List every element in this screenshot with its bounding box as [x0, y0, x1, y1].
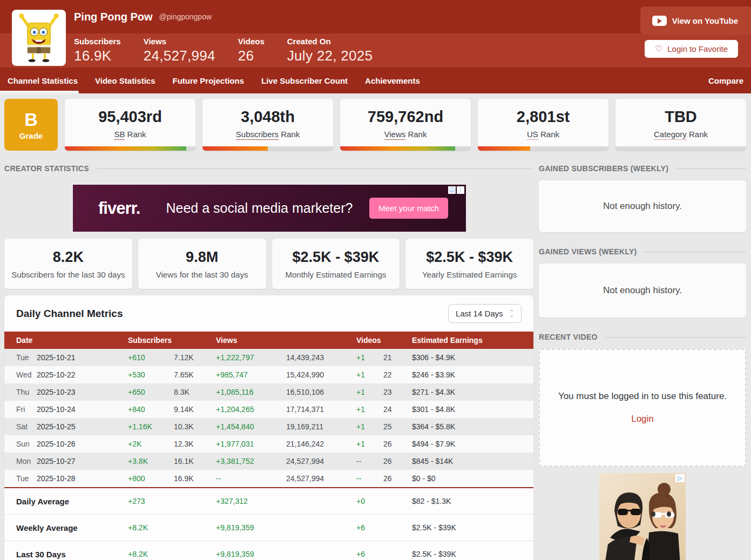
metrics-table-header: Date Subscribers Views Videos Estimated … — [4, 332, 533, 349]
tab-video-statistics[interactable]: Video Statistics — [95, 76, 155, 85]
chevron-updown-icon: ⌃⌄ — [510, 311, 514, 317]
tab-channel-statistics[interactable]: Channel Statistics — [8, 76, 78, 85]
cell-day: Wed — [16, 370, 37, 379]
summary-subscribers-delta: +8.2K — [128, 550, 174, 558]
rank-label: SB Rank — [65, 130, 195, 139]
creator-statistics-heading: CREATOR STATISTICS — [4, 164, 89, 173]
ad-options-icon[interactable]: ⋮ — [457, 186, 464, 194]
rank-suffix: Rank — [127, 130, 146, 139]
main-content: CREATOR STATISTICS fiverr. Need a social… — [0, 164, 751, 560]
summary-label: Daily Average — [16, 497, 128, 506]
cell-earnings: $364 - $5.8K — [412, 422, 523, 431]
stat-label: Subscribers — [74, 37, 121, 46]
cell-views-total: 14,439,243 — [286, 353, 356, 362]
table-row: Mon2025-10-27+3.8K16.1K+3,381,75224,527,… — [4, 453, 533, 470]
rank-progress-fill — [65, 146, 186, 151]
not-enough-history-text: Not enough history. — [603, 285, 682, 296]
ad-headline: Need a social media marketer? — [166, 200, 353, 216]
header-stats-band: Subscribers16.9KViews24,527,994Videos26C… — [0, 33, 751, 68]
cell-views-delta: +985,747 — [216, 370, 286, 379]
channel-stats: Subscribers16.9KViews24,527,994Videos26C… — [74, 37, 395, 64]
nav-tabs: Channel StatisticsVideo StatisticsFuture… — [8, 76, 437, 85]
tab-live-subscriber-count[interactable]: Live Subscriber Count — [261, 76, 348, 85]
cell-videos-total: 25 — [383, 422, 412, 431]
cell-date: 2025-10-25 — [37, 422, 128, 431]
summary-earnings: $2.5K - $39K — [412, 523, 523, 532]
rank-value: 759,762nd — [340, 108, 471, 126]
table-row: Fri2025-10-24+8409.14K+1,204,26517,714,3… — [4, 401, 533, 418]
gained-subscribers-heading: GAINED SUBSCRIBERS (WEEKLY) — [539, 164, 668, 173]
not-enough-history-text: Not enough history. — [603, 201, 682, 212]
table-row: Tue2025-10-28+80016.9K--24,527,994--26$0… — [4, 470, 533, 487]
gained-views-heading: GAINED VIEWS (WEEKLY) — [539, 247, 637, 256]
column-views: Views — [216, 336, 356, 345]
view-on-youtube-label: View on YouTube — [672, 16, 738, 25]
ad-cta-button[interactable]: Meet your match — [369, 198, 448, 219]
active-tab-underline — [0, 91, 79, 93]
cell-date: 2025-10-21 — [37, 353, 128, 362]
metrics-title: Daily Channel Metrics — [16, 308, 123, 320]
cell-views-total: 21,146,242 — [286, 440, 356, 448]
channel-stat: Subscribers16.9K — [74, 37, 121, 64]
main-navigation: Channel StatisticsVideo StatisticsFuture… — [0, 68, 751, 93]
table-row: Thu2025-10-23+6508.3K+1,085,11616,510,10… — [4, 383, 533, 401]
recent-video-heading: RECENT VIDEO — [539, 333, 598, 341]
login-to-favorite-label: Login to Favorite — [667, 44, 728, 53]
channel-stat: Created OnJuly 22, 2025 — [287, 37, 373, 64]
cell-earnings: $301 - $4.8K — [412, 405, 523, 414]
stat-value: 16.9K — [74, 48, 121, 64]
adchoices-icon[interactable]: ▷ — [675, 474, 685, 482]
rank-progress-track — [65, 146, 195, 151]
channel-title: Ping Pong Pow — [74, 11, 153, 23]
cell-videos-total: 24 — [383, 405, 412, 414]
divider — [645, 252, 746, 252]
photo-ad[interactable]: ▷ — [599, 473, 686, 560]
cell-subscribers-delta: +530 — [128, 370, 174, 379]
cell-day: Sat — [16, 422, 37, 431]
login-to-favorite-button[interactable]: ♡ Login to Favorite — [645, 40, 738, 58]
channel-stat: Views24,527,994 — [144, 37, 215, 64]
gained-views-panel: Not enough history. — [539, 264, 746, 318]
cell-views-delta: +1,977,031 — [216, 440, 286, 448]
cell-subscribers-delta: +800 — [128, 474, 174, 483]
cell-date: 2025-10-22 — [37, 370, 128, 379]
view-on-youtube-button[interactable]: View on YouTube — [640, 6, 751, 35]
cell-subscribers-total: 16.1K — [174, 457, 216, 465]
table-row: Sat2025-10-25+1.16K10.3K+1,454,84019,169… — [4, 418, 533, 435]
cell-views-total: 24,527,994 — [286, 457, 356, 465]
tab-future-projections[interactable]: Future Projections — [172, 76, 244, 85]
cell-views-delta: +1,222,797 — [216, 353, 286, 362]
stat-value: July 22, 2025 — [287, 48, 373, 64]
rank-progress-track — [202, 146, 333, 151]
rank-term: Category — [654, 130, 687, 140]
rank-progress-fill — [478, 146, 530, 151]
summary-videos-delta: +0 — [356, 497, 383, 505]
cell-subscribers-total: 7.12K — [174, 353, 216, 362]
cell-date: 2025-10-26 — [37, 440, 128, 448]
rank-card: TBDCategory Rank — [615, 99, 746, 151]
rank-suffix: Rank — [281, 130, 300, 139]
youtube-icon — [652, 16, 667, 26]
rank-term: SB — [114, 130, 125, 140]
rank-value: 95,403rd — [65, 108, 195, 126]
cell-day: Sun — [16, 440, 37, 448]
metrics-table-summary: Daily Average+273+327,312+0$82 - $1.3KWe… — [4, 487, 533, 560]
login-link[interactable]: Login — [631, 414, 654, 424]
cell-videos-total: 23 — [383, 388, 412, 396]
range-selector[interactable]: Last 14 Days ⌃⌄ — [448, 304, 522, 323]
fiverr-ad-banner[interactable]: fiverr. Need a social media marketer? Me… — [73, 185, 466, 232]
overview-label: Yearly Estimated Earnings — [422, 270, 517, 279]
compare-link[interactable]: Compare — [708, 76, 743, 85]
ad-info-icon[interactable]: ⓘ — [448, 186, 456, 194]
cell-day: Tue — [16, 353, 37, 362]
rank-cards-row: B Grade 95,403rdSB Rank3,048thSubscriber… — [4, 99, 746, 151]
rank-label: US Rank — [478, 130, 608, 139]
divider — [676, 168, 746, 169]
cell-views-delta: +1,204,265 — [216, 405, 286, 414]
rank-label: Category Rank — [615, 130, 746, 139]
fiverr-logo: fiverr. — [98, 199, 140, 218]
cell-views-delta: -- — [216, 474, 286, 483]
tab-achievements[interactable]: Achievements — [365, 76, 420, 85]
overview-value: $2.5K - $39K — [293, 249, 380, 266]
cell-date: 2025-10-28 — [37, 474, 128, 483]
